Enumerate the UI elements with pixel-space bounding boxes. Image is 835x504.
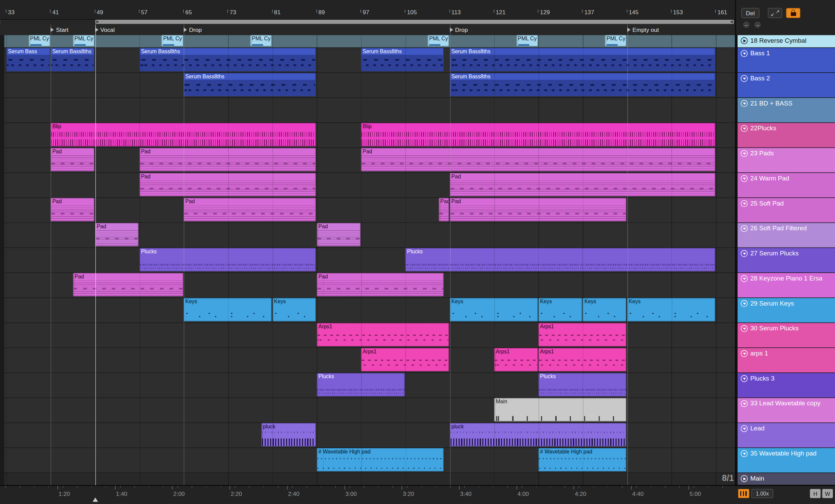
track-header[interactable]: 35 Wavetable High pad: [738, 448, 835, 472]
back-arrow-button[interactable]: ←: [742, 21, 750, 29]
track-fold-icon[interactable]: [741, 150, 747, 157]
clip[interactable]: Keys: [538, 298, 582, 322]
clip[interactable]: Blip: [51, 123, 316, 146]
track-fold-icon[interactable]: [741, 250, 747, 257]
loop-brace[interactable]: [95, 20, 734, 24]
track-header[interactable]: Bass 2: [738, 73, 835, 97]
clip[interactable]: PML Cy: [29, 35, 50, 46]
track-header[interactable]: 26 Soft Pad Filtered: [738, 223, 835, 247]
clip[interactable]: pluck: [261, 423, 316, 446]
track-header[interactable]: 23 Pads: [738, 148, 835, 172]
clip[interactable]: Serum Bass8ths: [361, 48, 444, 71]
track-header[interactable]: arps 1: [738, 348, 835, 372]
clip[interactable]: Plucks: [538, 373, 626, 396]
midi-keyboard-icon[interactable]: [738, 489, 749, 498]
clip[interactable]: Pad: [51, 148, 94, 171]
track-fold-icon[interactable]: [741, 225, 747, 232]
height-button[interactable]: H: [810, 489, 820, 498]
clip[interactable]: Pad: [439, 198, 449, 221]
clip[interactable]: Arps1: [361, 348, 449, 371]
track-fold-icon[interactable]: [741, 37, 747, 44]
width-button[interactable]: W: [822, 489, 833, 498]
track-fold-icon[interactable]: [741, 375, 747, 382]
clip[interactable]: Pad: [361, 148, 715, 171]
arrangement-area[interactable]: 8/1 PML CyPML CyPML CyPML CyPML CyPML Cy…: [0, 35, 736, 485]
track-fold-icon[interactable]: [741, 75, 747, 82]
clip[interactable]: Serum Bass8ths: [140, 48, 316, 71]
clip[interactable]: Keys: [583, 298, 626, 322]
track-header[interactable]: Main: [738, 473, 835, 485]
clip[interactable]: Pad: [317, 223, 360, 246]
clip[interactable]: Main: [494, 398, 627, 422]
track-fold-icon[interactable]: [741, 350, 747, 357]
clip[interactable]: Arps1: [538, 323, 626, 346]
clip[interactable]: Plucks: [317, 373, 405, 396]
track-fold-icon[interactable]: [741, 275, 747, 282]
track-fold-icon[interactable]: [741, 450, 747, 457]
track-fold-icon[interactable]: [741, 125, 747, 132]
bar-ruler[interactable]: 3341495765738189971051131211291371451531…: [0, 0, 736, 20]
track-header[interactable]: Bass 1: [738, 48, 835, 72]
clip[interactable]: PML Cy: [73, 35, 94, 46]
clip[interactable]: # Wavetable High pad: [538, 448, 626, 471]
clip[interactable]: Pad: [140, 173, 316, 196]
track-fold-icon[interactable]: [741, 200, 747, 207]
track-lane[interactable]: [4, 473, 736, 485]
clip[interactable]: Keys: [627, 298, 715, 322]
locator-flag[interactable]: Start: [51, 25, 68, 34]
locator-flag[interactable]: Vocal: [95, 25, 115, 34]
track-header[interactable]: 21 BD + BASS: [738, 98, 835, 122]
track-header[interactable]: Lead: [738, 423, 835, 447]
track-fold-icon[interactable]: [741, 300, 747, 307]
clip[interactable]: Plucks: [406, 248, 715, 271]
clip[interactable]: Arps1: [538, 348, 626, 371]
lock-button[interactable]: [786, 8, 800, 18]
clip[interactable]: pluck: [450, 423, 626, 446]
track-header[interactable]: 25 Soft Pad: [738, 198, 835, 222]
clip[interactable]: Keys: [450, 298, 538, 322]
locator-flag[interactable]: Drop: [450, 25, 468, 34]
locator-flag[interactable]: Empty out: [627, 25, 659, 34]
track-fold-icon[interactable]: [741, 100, 747, 107]
clip[interactable]: # Wavetable High pad: [317, 448, 443, 471]
clip[interactable]: PML Cy: [250, 35, 272, 46]
clip[interactable]: Plucks: [140, 248, 316, 271]
track-fold-icon[interactable]: [741, 425, 747, 432]
zoom-level-box[interactable]: 1.00x: [752, 489, 773, 498]
track-header[interactable]: 29 Serum Keys: [738, 298, 835, 323]
clip[interactable]: Pad: [184, 198, 316, 221]
clip[interactable]: PML Cy: [516, 35, 538, 46]
clip[interactable]: Pad: [73, 273, 183, 296]
clip[interactable]: Arps1: [494, 348, 538, 371]
track-header[interactable]: 24 Warm Pad: [738, 173, 835, 197]
track-header[interactable]: 22Plucks: [738, 123, 835, 147]
clip[interactable]: Keys: [184, 298, 272, 322]
clip[interactable]: Pad: [450, 198, 626, 221]
track-fold-icon[interactable]: [741, 50, 747, 57]
delete-button[interactable]: Del: [741, 8, 759, 18]
clip[interactable]: Serum Bass: [6, 48, 50, 71]
clip[interactable]: PML Cy: [162, 35, 183, 46]
track-header[interactable]: 28 Keyzone Piano 1 Ersa: [738, 273, 835, 297]
track-fold-icon[interactable]: [741, 475, 747, 482]
track-fold-icon[interactable]: [741, 325, 747, 332]
track-lane[interactable]: [4, 98, 736, 122]
clip[interactable]: Blip: [361, 123, 715, 146]
clip[interactable]: Serum Bass8ths: [184, 73, 316, 96]
clip[interactable]: Serum Bass8ths: [450, 73, 715, 96]
clip[interactable]: Pad: [450, 173, 715, 196]
track-header[interactable]: 27 Serum Plucks: [738, 248, 835, 272]
clip[interactable]: Pad: [51, 198, 94, 221]
clip[interactable]: Arps1: [317, 323, 449, 346]
track-header[interactable]: 18 Reverse Cymbal: [738, 35, 835, 47]
clip[interactable]: Pad: [317, 273, 443, 296]
time-ruler[interactable]: 1:201:402:002:202:403:003:203:404:004:20…: [0, 486, 736, 504]
clip[interactable]: Pad: [95, 223, 138, 246]
track-fold-icon[interactable]: [741, 400, 747, 407]
clip[interactable]: PML Cy: [428, 35, 449, 46]
track-header[interactable]: 30 Serum Plucks: [738, 323, 835, 347]
clip[interactable]: Serum Bass8ths: [450, 48, 715, 71]
clip[interactable]: Keys: [273, 298, 316, 322]
clip[interactable]: Serum Bass8ths: [51, 48, 94, 71]
expand-icon[interactable]: ↗ ↙: [768, 8, 782, 18]
